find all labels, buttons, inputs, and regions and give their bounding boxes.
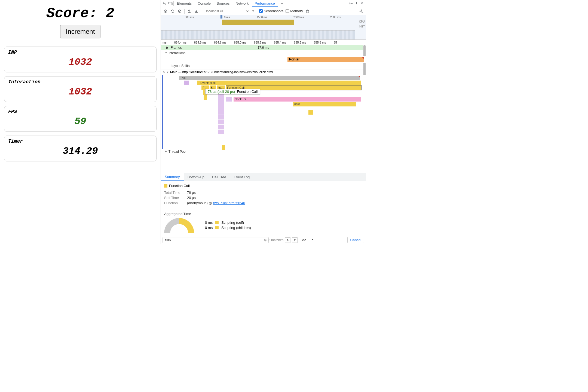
profile-select[interactable]: localhost #1 (203, 8, 250, 14)
edit-icon[interactable]: ✎ (163, 70, 165, 74)
fps-card: FPS 59 (4, 106, 157, 132)
timer-value: 314.29 (8, 146, 152, 157)
ov-filmstrip[interactable] (161, 30, 355, 39)
tracks-area: ▶ Frames 17.6 ms ▼Interactions Pointer L… (161, 45, 366, 173)
flame-bar[interactable] (197, 81, 199, 85)
match-case-toggle[interactable]: Aa (302, 238, 306, 242)
tab-network[interactable]: Network (233, 0, 252, 7)
flame-now[interactable]: now (293, 102, 356, 106)
flame-bar[interactable] (308, 110, 313, 115)
detail-tabs: Summary Bottom-Up Call Tree Event Log (161, 173, 366, 181)
flame-bar[interactable] (204, 95, 207, 100)
search-bar: ⊗ 3 matches ∧ ∨ Aa .* Cancel (161, 236, 366, 244)
increment-button[interactable]: Increment (60, 25, 101, 38)
fps-label: FPS (8, 109, 152, 114)
svg-rect-1 (169, 2, 171, 4)
flame-bar[interactable] (184, 81, 189, 85)
settings-icon[interactable] (348, 1, 353, 6)
app-pane: Score: 2 Increment INP 1032 Interaction … (0, 0, 161, 244)
flame-chart[interactable]: Task Event: click F… B… ks… Function Cal… (162, 75, 366, 149)
devtools-tabbar: Elements Console Sources Network Perform… (161, 0, 366, 7)
search-matches: 3 matches (268, 238, 283, 242)
time-ruler[interactable]: ms 854.4 ms 854.6 ms 854.8 ms 855.0 ms 8… (161, 40, 366, 45)
ov-net-label: NET (359, 25, 365, 28)
svg-point-9 (361, 10, 362, 12)
search-input[interactable] (163, 237, 269, 243)
tab-bottom-up[interactable]: Bottom-Up (184, 173, 208, 181)
flame-bar[interactable] (218, 105, 224, 110)
ov-tick: 2500 ms (330, 16, 341, 19)
tab-event-log[interactable]: Event Log (230, 173, 254, 181)
inp-value: 1032 (8, 57, 152, 68)
aggregated-donut (164, 218, 194, 233)
svg-line-7 (179, 10, 181, 12)
capture-settings-icon[interactable] (359, 9, 364, 14)
tab-elements[interactable]: Elements (174, 0, 194, 7)
total-time-value: 78 µs (187, 191, 196, 195)
svg-point-3 (350, 3, 352, 4)
kebab-menu-icon[interactable]: ⋮ (354, 1, 359, 6)
thread-pool-header[interactable]: ▶Thread Pool (161, 149, 366, 154)
score-value: 2 (106, 5, 114, 22)
flame-bar[interactable] (218, 125, 224, 129)
tab-performance[interactable]: Performance (252, 0, 277, 7)
screenshots-checkbox[interactable]: Screenshots (259, 9, 283, 13)
memory-checkbox[interactable]: Memory (286, 9, 303, 13)
close-devtools-icon[interactable]: ✕ (359, 1, 364, 6)
tab-call-tree[interactable]: Call Tree (208, 173, 230, 181)
search-prev[interactable]: ∧ (285, 237, 290, 243)
ov-tick: 500 ms (185, 16, 194, 19)
frames-track[interactable]: ▶ Frames 17.6 ms (161, 45, 366, 50)
layout-shifts-header[interactable]: Layout Shifts (161, 63, 366, 69)
flame-blockfor[interactable]: blockFor (234, 97, 361, 102)
profile-select-arrow: ▼ (252, 10, 255, 13)
overview-minimap[interactable]: 500 ms 0 ms 1500 ms 2000 ms 2500 ms CPU … (161, 15, 366, 40)
tab-console[interactable]: Console (195, 0, 213, 7)
tabs-more[interactable]: » (278, 0, 286, 7)
download-icon[interactable] (194, 9, 199, 14)
main-track-header[interactable]: ✎ ▼ Main — http://localhost:5173/underst… (161, 69, 366, 75)
flame-task[interactable]: Task (179, 76, 360, 80)
flame-bar[interactable] (226, 97, 232, 102)
interactions-header[interactable]: ▼Interactions (161, 50, 366, 56)
flame-event-click[interactable]: Event: click (199, 81, 361, 85)
frames-label: Frames (171, 46, 182, 50)
interaction-card: Interaction 1032 (4, 76, 157, 102)
search-cancel[interactable]: Cancel (347, 237, 364, 243)
timer-label: Timer (8, 139, 152, 144)
perf-toolbar: localhost #1 ▼ Screenshots Memory (161, 7, 366, 15)
regex-toggle[interactable]: .* (311, 238, 313, 242)
ov-tick: 2000 ms (293, 16, 304, 19)
self-time-value: 20 µs (187, 196, 196, 200)
search-clear-icon[interactable]: ⊗ (264, 238, 267, 242)
pointer-event[interactable]: Pointer (287, 57, 364, 62)
ov-viewport-marker[interactable] (220, 15, 223, 19)
flame-bar[interactable] (218, 130, 224, 134)
inspect-icon[interactable] (163, 1, 167, 6)
search-next[interactable]: ∨ (292, 237, 298, 243)
clear-icon[interactable] (177, 9, 182, 14)
source-link[interactable]: two_click.html:56:40 (213, 201, 245, 205)
summary-panel: Function Call Total Time78 µs Self Time2… (161, 181, 366, 209)
record-icon[interactable] (163, 9, 168, 14)
flame-tooltip: 78 µs (self 20 µs) Function Call (205, 89, 260, 94)
svg-rect-8 (307, 10, 309, 13)
flame-bar[interactable] (218, 110, 224, 115)
gc-icon[interactable] (305, 9, 310, 14)
tab-sources[interactable]: Sources (214, 0, 232, 7)
fps-value: 59 (8, 116, 152, 127)
aggregated-panel: Aggregated Time 0 msScripting (self) 0 m… (161, 209, 366, 236)
flame-bar[interactable] (218, 120, 224, 124)
flame-bar[interactable] (218, 100, 224, 105)
device-toggle-icon[interactable] (168, 1, 173, 6)
summary-title: Function Call (169, 184, 190, 188)
reload-record-icon[interactable] (170, 9, 175, 14)
interaction-value: 1032 (8, 86, 152, 97)
flame-bar[interactable] (218, 115, 224, 120)
summary-swatch (164, 184, 167, 188)
score-label: Score: (46, 5, 97, 22)
tab-summary[interactable]: Summary (161, 173, 184, 181)
upload-icon[interactable] (187, 9, 192, 14)
flame-bar[interactable] (218, 95, 224, 100)
ov-activity (222, 20, 294, 25)
